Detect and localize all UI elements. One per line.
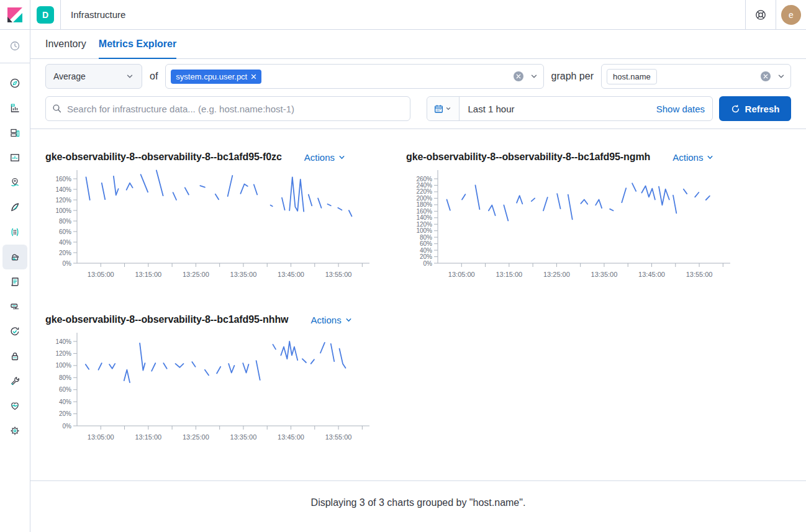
svg-text:80%: 80% bbox=[420, 234, 432, 241]
svg-text:140%: 140% bbox=[55, 338, 71, 345]
svg-text:13:55:00: 13:55:00 bbox=[325, 433, 352, 441]
charts-grid: gke-observability-8--observability-8--bc… bbox=[30, 129, 806, 477]
graph-icon bbox=[9, 227, 20, 238]
quick-select-button[interactable] bbox=[427, 97, 460, 120]
chevron-down-icon bbox=[338, 153, 346, 161]
chevron-down-icon[interactable] bbox=[530, 72, 538, 81]
svg-text:13:25:00: 13:25:00 bbox=[183, 271, 209, 278]
compass-icon bbox=[9, 78, 20, 89]
metric-badge[interactable]: system.cpu.user.pct bbox=[171, 70, 261, 84]
svg-text:40%: 40% bbox=[59, 239, 71, 246]
canvas-icon bbox=[9, 152, 20, 163]
sidebar-item-security[interactable] bbox=[2, 344, 27, 369]
kibana-logo-icon bbox=[7, 7, 23, 23]
line-chart[interactable]: 0%20%40%60%80%100%120%140%160%13:05:0013… bbox=[45, 165, 374, 283]
svg-text:20%: 20% bbox=[420, 253, 432, 260]
svg-text:100%: 100% bbox=[55, 362, 71, 369]
apm-icon bbox=[9, 301, 20, 312]
aggregation-value: Average bbox=[53, 71, 86, 81]
sidebar-item-graph[interactable] bbox=[2, 220, 27, 245]
sidebar-item-recently-viewed[interactable] bbox=[2, 34, 27, 58]
svg-text:60%: 60% bbox=[59, 386, 71, 393]
aggregation-select[interactable]: Average bbox=[45, 64, 142, 89]
heartbeat-icon bbox=[9, 400, 20, 412]
chevron-down-icon bbox=[445, 106, 451, 112]
sidebar-item-maps[interactable] bbox=[2, 170, 27, 195]
sidebar-item-stack-monitoring[interactable] bbox=[2, 394, 27, 418]
space-badge: D bbox=[37, 6, 54, 24]
help-button[interactable] bbox=[746, 0, 776, 29]
group-by-badge[interactable]: host.name bbox=[607, 69, 657, 84]
svg-text:120%: 120% bbox=[55, 197, 71, 204]
svg-text:200%: 200% bbox=[416, 195, 432, 202]
calendar-icon bbox=[434, 104, 443, 114]
chart-actions-button[interactable]: Actions bbox=[310, 315, 352, 325]
gear-icon bbox=[9, 425, 20, 436]
breadcrumb[interactable]: Infrastructure bbox=[71, 9, 125, 20]
metrics-explorer-toolbar: Average of system.cpu.user.pct bbox=[30, 59, 806, 129]
search-input[interactable] bbox=[67, 104, 404, 114]
sidebar-item-dashboard[interactable] bbox=[2, 120, 27, 145]
sidebar-item-management[interactable] bbox=[2, 418, 27, 443]
close-icon[interactable] bbox=[251, 74, 256, 79]
tab-inventory[interactable]: Inventory bbox=[40, 30, 91, 58]
search-bar[interactable] bbox=[45, 96, 410, 121]
of-label: of bbox=[150, 71, 158, 82]
metric-combobox[interactable]: system.cpu.user.pct bbox=[165, 64, 543, 89]
chart-actions-button[interactable]: Actions bbox=[304, 152, 346, 163]
svg-text:100%: 100% bbox=[416, 227, 432, 234]
line-chart[interactable]: 0%20%40%60%80%100%120%140%160%180%200%22… bbox=[406, 165, 735, 283]
svg-text:13:55:00: 13:55:00 bbox=[325, 271, 352, 278]
clear-group-by-button[interactable] bbox=[761, 71, 771, 81]
chart-title: gke-observability-8--observability-8--bc… bbox=[406, 151, 650, 163]
sidebar-item-apm[interactable] bbox=[2, 294, 27, 319]
svg-text:20%: 20% bbox=[59, 250, 71, 256]
kibana-logo[interactable] bbox=[0, 0, 30, 29]
group-by-combobox[interactable]: host.name bbox=[601, 64, 791, 89]
clock-icon bbox=[9, 40, 20, 52]
sidebar-item-dev-tools[interactable] bbox=[2, 369, 27, 394]
svg-text:100%: 100% bbox=[55, 207, 71, 214]
sidebar-item-canvas[interactable] bbox=[2, 145, 27, 170]
svg-text:40%: 40% bbox=[59, 399, 71, 405]
charts-summary: Displaying 3 of 3 charts grouped by "hos… bbox=[30, 480, 806, 525]
svg-text:220%: 220% bbox=[416, 188, 432, 195]
sidebar-item-visualize[interactable] bbox=[2, 96, 27, 120]
svg-text:240%: 240% bbox=[416, 182, 432, 189]
sidebar-item-discover[interactable] bbox=[2, 71, 27, 96]
chevron-down-icon bbox=[706, 153, 714, 161]
user-menu-button[interactable]: e bbox=[776, 0, 806, 29]
chart-actions-button[interactable]: Actions bbox=[672, 152, 714, 163]
space-selector[interactable]: D bbox=[30, 0, 61, 29]
sidebar-item-logs[interactable] bbox=[2, 269, 27, 294]
svg-text:13:45:00: 13:45:00 bbox=[638, 271, 665, 278]
map-pin-icon bbox=[9, 177, 20, 188]
time-range-value[interactable]: Last 1 hour bbox=[468, 104, 515, 114]
svg-text:260%: 260% bbox=[416, 176, 432, 183]
refresh-button[interactable]: Refresh bbox=[719, 96, 791, 121]
chart-card-1: gke-observability-8--observability-8--bc… bbox=[45, 151, 406, 283]
logs-icon bbox=[9, 276, 20, 287]
chevron-down-icon bbox=[345, 316, 353, 324]
lock-icon bbox=[9, 351, 20, 362]
svg-text:0%: 0% bbox=[63, 423, 72, 430]
refresh-icon bbox=[731, 104, 740, 114]
chevron-down-icon[interactable] bbox=[777, 72, 786, 81]
line-chart[interactable]: 0%20%40%60%80%100%120%140%13:05:0013:15:… bbox=[45, 328, 374, 446]
svg-text:13:25:00: 13:25:00 bbox=[543, 271, 570, 278]
date-picker: Last 1 hour Show dates bbox=[427, 96, 713, 121]
show-dates-button[interactable]: Show dates bbox=[656, 104, 705, 114]
svg-text:13:25:00: 13:25:00 bbox=[183, 433, 209, 441]
top-header: D Infrastructure e bbox=[0, 0, 806, 30]
svg-text:60%: 60% bbox=[59, 228, 71, 235]
sidebar-item-uptime[interactable] bbox=[2, 319, 27, 344]
sidebar-item-infrastructure[interactable] bbox=[2, 245, 27, 269]
chart-title: gke-observability-8--observability-8--bc… bbox=[45, 314, 288, 325]
svg-text:80%: 80% bbox=[59, 374, 71, 381]
cloud-metrics-icon bbox=[9, 251, 20, 263]
chart-card-3: gke-observability-8--observability-8--bc… bbox=[45, 314, 406, 446]
tab-metrics-explorer[interactable]: Metrics Explorer bbox=[94, 30, 181, 58]
chevron-down-icon bbox=[125, 72, 134, 81]
clear-metric-button[interactable] bbox=[514, 71, 523, 81]
sidebar-item-machine-learning[interactable] bbox=[2, 195, 27, 220]
